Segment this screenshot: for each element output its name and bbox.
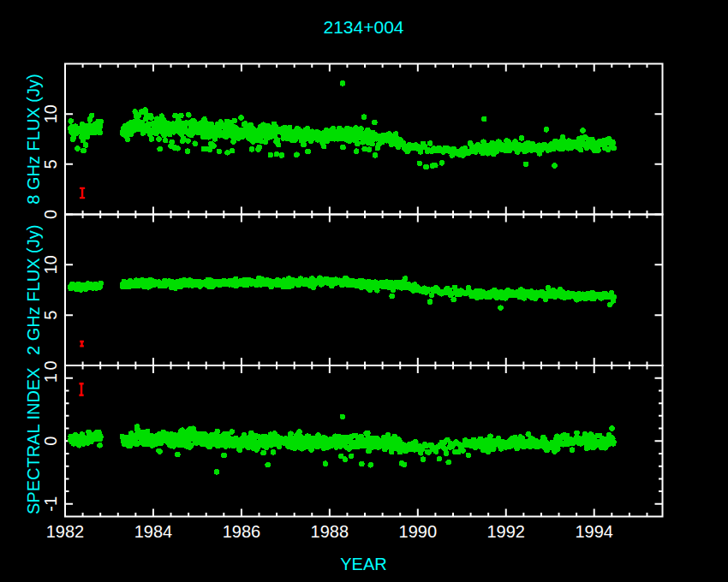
y-axis-label-8ghz: 8 GHz FLUX (Jy) [24, 74, 43, 204]
y-tick-label-panel0-5: 5 [41, 159, 60, 169]
y-tick-label-panel0-10: 10 [41, 104, 60, 123]
x-axis-label: YEAR [340, 555, 386, 573]
x-tick-label-1988: 1988 [311, 522, 349, 541]
x-tick-label-1984: 1984 [134, 522, 173, 541]
y-axis-label-2ghz: 2 GHz FLUX (Jy) [24, 225, 43, 355]
y-tick-label-panel2-0: 0 [41, 436, 60, 446]
light-curve-figure: 2134+004 YEAR 8 GHz FLUX (Jy) 2 GHz FLUX… [0, 0, 728, 582]
y-tick-label-panel0-0: 0 [41, 210, 60, 219]
y-axis-label-spectral-index: SPECTRAL INDEX [24, 367, 43, 514]
light-curve-plot: 2134+004 YEAR 8 GHz FLUX (Jy) 2 GHz FLUX… [0, 0, 728, 582]
y-tick-label-panel2--1: -1 [41, 496, 60, 512]
x-tick-label-1986: 1986 [223, 522, 261, 541]
x-tick-label-1994: 1994 [575, 522, 613, 541]
y-tick-label-panel1-10: 10 [41, 255, 60, 274]
y-tick-label-panel1-0: 0 [41, 360, 60, 370]
x-tick-label-1982: 1982 [46, 522, 85, 541]
plot-title: 2134+004 [323, 17, 403, 37]
plot-background [0, 0, 728, 582]
x-tick-label-1990: 1990 [399, 522, 438, 541]
x-tick-label-1992: 1992 [487, 522, 526, 541]
y-tick-label-panel1-5: 5 [41, 311, 60, 320]
y-tick-label-panel2-1: 1 [41, 373, 60, 383]
